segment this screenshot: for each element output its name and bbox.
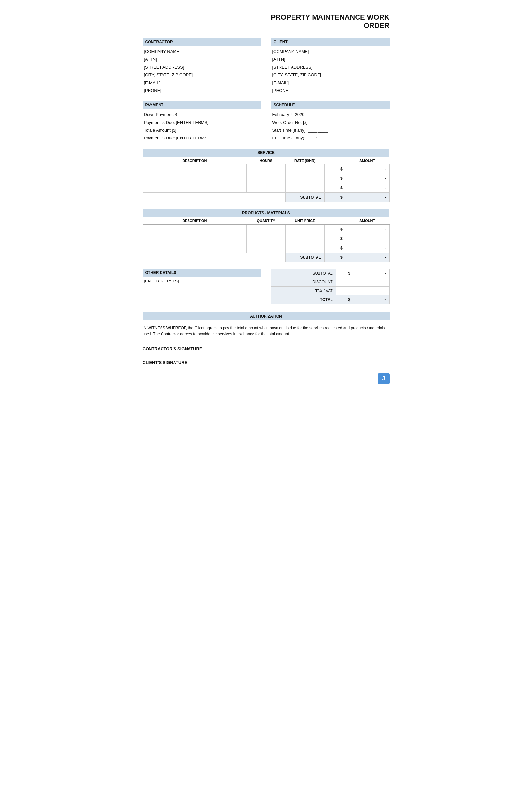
client-sig-label: CLIENT'S SIGNATURE xyxy=(142,360,188,365)
contractor-sig-underline xyxy=(205,345,297,351)
client-street: [STREET ADDRESS] xyxy=(272,63,388,71)
client-email: [E-MAIL] xyxy=(272,79,388,87)
materials-subtotal-label: SUBTOTAL xyxy=(285,253,324,262)
service-table: SERVICE DESCRIPTION HOURS RATE ($/HR) AM… xyxy=(142,149,390,202)
client-city: [CITY, STATE, ZIP CODE] xyxy=(272,71,388,79)
service-col-desc: DESCRIPTION xyxy=(142,157,247,165)
materials-col-unit-price: UNIT PRICE xyxy=(285,217,324,225)
service-row-1: $ - xyxy=(142,165,390,174)
service-row-3: $ - xyxy=(142,183,390,193)
schedule-end-time: End Time (if any): ____:____ xyxy=(272,134,388,142)
contractor-body: [COMPANY NAME] [ATTN] [STREET ADDRESS] [… xyxy=(142,48,261,95)
totals-tax-row: TAX / VAT xyxy=(271,287,390,295)
contractor-signature-line: CONTRACTOR'S SIGNATURE xyxy=(142,345,390,351)
materials-row-2: $ - xyxy=(142,234,390,244)
service-subtotal-label: SUBTOTAL xyxy=(285,193,324,202)
contractor-sig-label: CONTRACTOR'S SIGNATURE xyxy=(142,346,202,351)
contractor-email: [E-MAIL] xyxy=(144,79,260,87)
client-company: [COMPANY NAME] xyxy=(272,48,388,56)
other-details-block: OTHER DETAILS [ENTER DETAILS] xyxy=(142,269,261,304)
totals-total-row: TOTAL $ - xyxy=(271,295,390,304)
totals-block: SUBTOTAL $ - DISCOUNT TAX / VAT TOTAL $ … xyxy=(271,269,390,304)
client-phone: [PHONE] xyxy=(272,87,388,95)
contractor-header: CONTRACTOR xyxy=(142,38,261,46)
contractor-street: [STREET ADDRESS] xyxy=(144,63,260,71)
service-table-header: SERVICE xyxy=(142,149,390,157)
totals-subtotal-label: SUBTOTAL xyxy=(271,269,336,278)
client-signature-line: CLIENT'S SIGNATURE xyxy=(142,359,390,365)
totals-table: SUBTOTAL $ - DISCOUNT TAX / VAT TOTAL $ … xyxy=(271,269,390,304)
payment-line2: Payment is Due: [ENTER TERMS] xyxy=(144,119,260,127)
authorization-text: IN WITNESS WHEREOF, the Client agrees to… xyxy=(142,325,390,338)
materials-row-3: $ - xyxy=(142,244,390,253)
materials-table-header: PRODUCTS / MATERIALS xyxy=(142,209,390,217)
footer-icon-area: J xyxy=(142,373,390,384)
contractor-phone: [PHONE] xyxy=(144,87,260,95)
client-body: [COMPANY NAME] [ATTN] [STREET ADDRESS] [… xyxy=(271,48,390,95)
contractor-city: [CITY, STATE, ZIP CODE] xyxy=(144,71,260,79)
totals-total-label: TOTAL xyxy=(271,295,336,304)
payment-header: PAYMENT xyxy=(142,101,261,109)
schedule-block: SCHEDULE February 2, 2020 Work Order No.… xyxy=(271,101,390,142)
schedule-header: SCHEDULE xyxy=(271,101,390,109)
materials-subtotal-row: SUBTOTAL $ - xyxy=(142,253,390,262)
client-block: CLIENT [COMPANY NAME] [ATTN] [STREET ADD… xyxy=(271,38,390,95)
schedule-work-order: Work Order No. [#] xyxy=(272,119,388,127)
other-details-body: [ENTER DETAILS] xyxy=(142,278,261,283)
client-header: CLIENT xyxy=(271,38,390,46)
service-col-amount: AMOUNT xyxy=(345,157,390,165)
payment-schedule-section: PAYMENT Down Payment: $ Payment is Due: … xyxy=(142,101,390,142)
client-attn: [ATTN] xyxy=(272,56,388,63)
totals-subtotal-row: SUBTOTAL $ - xyxy=(271,269,390,278)
payment-line3: Totale Amount [$] xyxy=(144,127,260,134)
totals-discount-label: DISCOUNT xyxy=(271,278,336,287)
materials-col-desc: DESCRIPTION xyxy=(142,217,247,225)
totals-tax-label: TAX / VAT xyxy=(271,287,336,295)
client-sig-underline xyxy=(190,359,281,365)
service-subtotal-row: SUBTOTAL $ - xyxy=(142,193,390,202)
other-details-header: OTHER DETAILS xyxy=(142,269,261,276)
payment-line1: Down Payment: $ xyxy=(144,111,260,119)
payment-block: PAYMENT Down Payment: $ Payment is Due: … xyxy=(142,101,261,142)
authorization-header: AUTHORIZATION xyxy=(142,312,390,321)
schedule-body: February 2, 2020 Work Order No. [#] Star… xyxy=(271,111,390,142)
service-col-hours: HOURS xyxy=(247,157,286,165)
schedule-start-time: Start Time (if any): ____:____ xyxy=(272,127,388,134)
payment-body: Down Payment: $ Payment is Due: [ENTER T… xyxy=(142,111,261,142)
contractor-client-section: CONTRACTOR [COMPANY NAME] [ATTN] [STREET… xyxy=(142,38,390,95)
service-col-rate: RATE ($/HR) xyxy=(285,157,324,165)
contractor-attn: [ATTN] xyxy=(144,56,260,63)
payment-line4: Payment is Due: [ENTER TERMS] xyxy=(144,134,260,142)
totals-discount-row: DISCOUNT xyxy=(271,278,390,287)
page-title: PROPERTY MAINTENANCE WORK ORDER xyxy=(142,13,390,30)
materials-row-1: $ - xyxy=(142,225,390,234)
service-row-2: $ - xyxy=(142,174,390,183)
materials-table: PRODUCTS / MATERIALS DESCRIPTION QUANTIT… xyxy=(142,209,390,262)
contractor-block: CONTRACTOR [COMPANY NAME] [ATTN] [STREET… xyxy=(142,38,261,95)
bottom-section: OTHER DETAILS [ENTER DETAILS] SUBTOTAL $… xyxy=(142,269,390,304)
materials-col-quantity: QUANTITY xyxy=(247,217,286,225)
contractor-company: [COMPANY NAME] xyxy=(144,48,260,56)
materials-col-amount: AMOUNT xyxy=(345,217,390,225)
schedule-date: February 2, 2020 xyxy=(272,111,388,119)
j-brand-icon: J xyxy=(378,373,390,384)
